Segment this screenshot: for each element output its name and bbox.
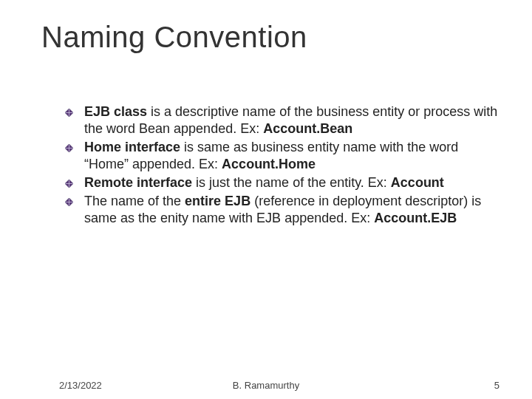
diamond-bullet-icon: [65, 109, 73, 117]
bullet-text: EJB class is a descriptive name of the b…: [84, 104, 497, 136]
bullet-item: The name of the entire EJB (reference in…: [65, 193, 501, 227]
bullet-item: EJB class is a descriptive name of the b…: [65, 103, 501, 137]
footer-page-number: 5: [494, 380, 499, 391]
bullet-item: Remote interface is just the name of the…: [65, 174, 501, 191]
slide-title: Naming Convention: [41, 21, 307, 54]
bullet-text: Remote interface is just the name of the…: [84, 175, 444, 190]
diamond-bullet-icon: [65, 180, 73, 188]
bullet-text: Home interface is same as business entit…: [84, 140, 458, 171]
slide-body: EJB class is a descriptive name of the b…: [65, 103, 501, 228]
slide: Naming Convention EJB class is a descrip…: [0, 0, 532, 399]
diamond-bullet-icon: [65, 144, 73, 152]
bullet-item: Home interface is same as business entit…: [65, 139, 501, 173]
bullet-text: The name of the entire EJB (reference in…: [84, 194, 481, 225]
diamond-bullet-icon: [65, 198, 73, 206]
footer-author: B. Ramamurthy: [0, 380, 532, 391]
